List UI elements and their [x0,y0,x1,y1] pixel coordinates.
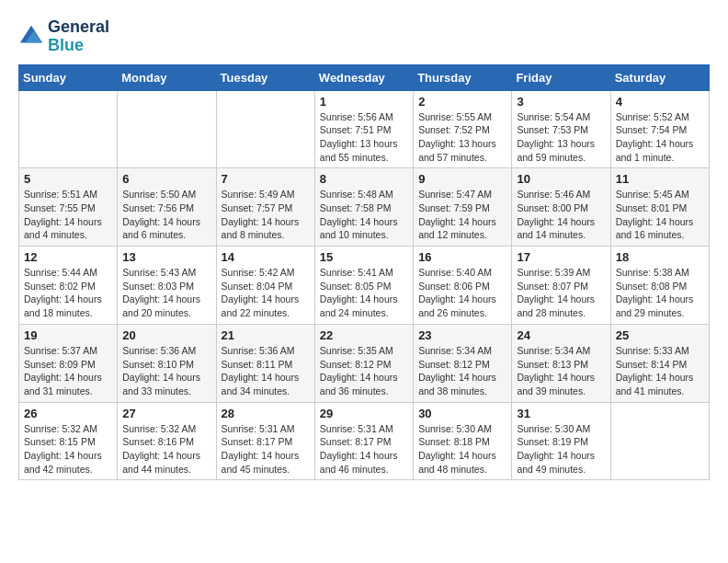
day-info: Sunrise: 5:50 AM Sunset: 7:56 PM Dayligh… [122,188,210,242]
day-info: Sunrise: 5:47 AM Sunset: 7:59 PM Dayligh… [418,188,506,242]
day-info: Sunrise: 5:40 AM Sunset: 8:06 PM Dayligh… [418,266,506,320]
day-of-week-header: Saturday [610,64,709,90]
day-info: Sunrise: 5:46 AM Sunset: 8:00 PM Dayligh… [517,188,605,242]
day-info: Sunrise: 5:34 AM Sunset: 8:12 PM Dayligh… [418,344,506,398]
day-number: 20 [122,328,210,342]
day-number: 10 [517,172,605,186]
day-info: Sunrise: 5:38 AM Sunset: 8:08 PM Dayligh… [616,266,704,320]
day-info: Sunrise: 5:45 AM Sunset: 8:01 PM Dayligh… [616,188,704,242]
day-info: Sunrise: 5:39 AM Sunset: 8:07 PM Dayligh… [517,266,605,320]
day-info: Sunrise: 5:52 AM Sunset: 7:54 PM Dayligh… [616,110,704,165]
calendar-empty-cell [610,402,709,480]
day-info: Sunrise: 5:55 AM Sunset: 7:52 PM Dayligh… [418,110,506,165]
day-number: 11 [616,172,704,186]
day-number: 5 [24,172,112,186]
day-info: Sunrise: 5:56 AM Sunset: 7:51 PM Dayligh… [320,110,408,165]
day-of-week-header: Friday [512,64,610,90]
calendar-day-cell: 14Sunrise: 5:42 AM Sunset: 8:04 PM Dayli… [216,247,314,325]
calendar-day-cell: 4Sunrise: 5:52 AM Sunset: 7:54 PM Daylig… [610,90,709,168]
calendar-day-cell: 27Sunrise: 5:32 AM Sunset: 8:16 PM Dayli… [118,402,216,480]
day-number: 25 [616,328,704,342]
calendar-day-cell: 28Sunrise: 5:31 AM Sunset: 8:17 PM Dayli… [216,402,314,480]
calendar-day-cell: 12Sunrise: 5:44 AM Sunset: 8:02 PM Dayli… [19,247,118,325]
day-info: Sunrise: 5:33 AM Sunset: 8:14 PM Dayligh… [616,344,704,398]
day-number: 17 [517,250,605,264]
day-of-week-header: Wednesday [314,64,413,90]
calendar-day-cell: 8Sunrise: 5:48 AM Sunset: 7:58 PM Daylig… [314,168,413,247]
calendar-day-cell: 25Sunrise: 5:33 AM Sunset: 8:14 PM Dayli… [610,324,709,402]
day-number: 13 [122,250,210,264]
calendar-day-cell: 11Sunrise: 5:45 AM Sunset: 8:01 PM Dayli… [610,168,709,247]
day-info: Sunrise: 5:35 AM Sunset: 8:12 PM Dayligh… [320,344,408,398]
calendar-day-cell: 29Sunrise: 5:31 AM Sunset: 8:17 PM Dayli… [314,402,413,480]
calendar-week-row: 26Sunrise: 5:32 AM Sunset: 8:15 PM Dayli… [19,402,710,480]
day-info: Sunrise: 5:30 AM Sunset: 8:19 PM Dayligh… [517,422,605,477]
logo: General Blue [18,18,109,55]
calendar-table: SundayMondayTuesdayWednesdayThursdayFrid… [18,64,710,481]
calendar-empty-cell [216,90,314,168]
day-info: Sunrise: 5:34 AM Sunset: 8:13 PM Dayligh… [517,344,605,398]
calendar-day-cell: 15Sunrise: 5:41 AM Sunset: 8:05 PM Dayli… [314,247,413,325]
calendar-week-row: 12Sunrise: 5:44 AM Sunset: 8:02 PM Dayli… [19,247,710,325]
day-info: Sunrise: 5:31 AM Sunset: 8:17 PM Dayligh… [320,422,408,477]
day-number: 24 [517,328,605,342]
day-info: Sunrise: 5:49 AM Sunset: 7:57 PM Dayligh… [222,188,310,242]
calendar-day-cell: 5Sunrise: 5:51 AM Sunset: 7:55 PM Daylig… [19,168,118,247]
calendar-week-row: 5Sunrise: 5:51 AM Sunset: 7:55 PM Daylig… [19,168,710,247]
day-number: 12 [24,250,112,264]
page-header: General Blue [18,18,710,55]
day-number: 23 [418,328,506,342]
day-number: 14 [222,250,310,264]
day-info: Sunrise: 5:42 AM Sunset: 8:04 PM Dayligh… [222,266,310,320]
day-of-week-header: Monday [118,64,216,90]
calendar-day-cell: 30Sunrise: 5:30 AM Sunset: 8:18 PM Dayli… [414,402,512,480]
calendar-header: SundayMondayTuesdayWednesdayThursdayFrid… [19,64,710,90]
calendar-body: 1Sunrise: 5:56 AM Sunset: 7:51 PM Daylig… [19,90,710,480]
calendar-day-cell: 13Sunrise: 5:43 AM Sunset: 8:03 PM Dayli… [118,247,216,325]
day-info: Sunrise: 5:36 AM Sunset: 8:10 PM Dayligh… [122,344,210,398]
calendar-day-cell: 6Sunrise: 5:50 AM Sunset: 7:56 PM Daylig… [118,168,216,247]
day-info: Sunrise: 5:41 AM Sunset: 8:05 PM Dayligh… [320,266,408,320]
day-number: 7 [222,172,310,186]
day-number: 16 [418,250,506,264]
day-info: Sunrise: 5:31 AM Sunset: 8:17 PM Dayligh… [222,422,310,477]
day-number: 1 [320,95,408,109]
calendar-day-cell: 20Sunrise: 5:36 AM Sunset: 8:10 PM Dayli… [118,324,216,402]
calendar-day-cell: 19Sunrise: 5:37 AM Sunset: 8:09 PM Dayli… [19,324,118,402]
day-info: Sunrise: 5:43 AM Sunset: 8:03 PM Dayligh… [122,266,210,320]
day-number: 15 [320,250,408,264]
calendar-day-cell: 9Sunrise: 5:47 AM Sunset: 7:59 PM Daylig… [414,168,512,247]
calendar-day-cell: 2Sunrise: 5:55 AM Sunset: 7:52 PM Daylig… [414,90,512,168]
day-info: Sunrise: 5:54 AM Sunset: 7:53 PM Dayligh… [517,110,605,165]
calendar-week-row: 1Sunrise: 5:56 AM Sunset: 7:51 PM Daylig… [19,90,710,168]
day-number: 30 [418,407,506,420]
day-number: 2 [418,95,506,109]
calendar-day-cell: 22Sunrise: 5:35 AM Sunset: 8:12 PM Dayli… [314,324,413,402]
day-number: 21 [222,328,310,342]
calendar-day-cell: 10Sunrise: 5:46 AM Sunset: 8:00 PM Dayli… [512,168,610,247]
day-number: 3 [517,95,605,109]
day-number: 4 [616,95,704,109]
day-number: 8 [320,172,408,186]
calendar-day-cell: 7Sunrise: 5:49 AM Sunset: 7:57 PM Daylig… [216,168,314,247]
day-number: 26 [24,407,112,420]
calendar-empty-cell [118,90,216,168]
calendar-day-cell: 26Sunrise: 5:32 AM Sunset: 8:15 PM Dayli… [19,402,118,480]
day-number: 28 [222,407,310,420]
day-of-week-header: Sunday [19,64,118,90]
day-info: Sunrise: 5:32 AM Sunset: 8:15 PM Dayligh… [24,422,112,477]
day-info: Sunrise: 5:44 AM Sunset: 8:02 PM Dayligh… [24,266,112,320]
calendar-day-cell: 3Sunrise: 5:54 AM Sunset: 7:53 PM Daylig… [512,90,610,168]
calendar-day-cell: 17Sunrise: 5:39 AM Sunset: 8:07 PM Dayli… [512,247,610,325]
day-number: 22 [320,328,408,342]
calendar-week-row: 19Sunrise: 5:37 AM Sunset: 8:09 PM Dayli… [19,324,710,402]
day-of-week-header: Thursday [414,64,512,90]
days-of-week-row: SundayMondayTuesdayWednesdayThursdayFrid… [19,64,710,90]
day-info: Sunrise: 5:36 AM Sunset: 8:11 PM Dayligh… [222,344,310,398]
day-info: Sunrise: 5:32 AM Sunset: 8:16 PM Dayligh… [122,422,210,477]
day-number: 6 [122,172,210,186]
calendar-empty-cell [19,90,118,168]
calendar-day-cell: 1Sunrise: 5:56 AM Sunset: 7:51 PM Daylig… [314,90,413,168]
day-number: 29 [320,407,408,420]
calendar-day-cell: 31Sunrise: 5:30 AM Sunset: 8:19 PM Dayli… [512,402,610,480]
